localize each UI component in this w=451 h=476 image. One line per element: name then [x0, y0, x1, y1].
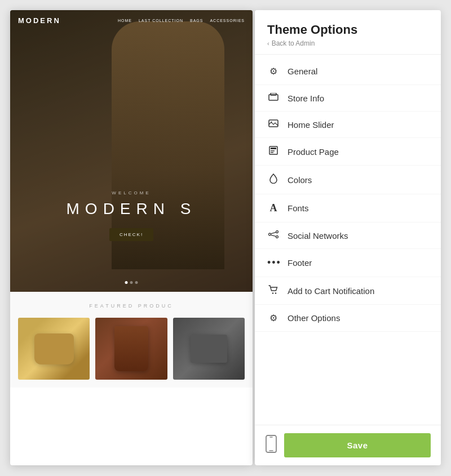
- svg-point-8: [269, 233, 271, 235]
- hero-text-block: WELCOME MODERN S CHECK!: [10, 190, 253, 241]
- nav-bags: BAGS: [190, 19, 203, 23]
- store-logo: MODERN: [18, 16, 61, 25]
- hero-title: MODERN S: [10, 200, 253, 218]
- menu-label-home-slider: Home Slider: [288, 120, 334, 130]
- menu-label-footer: Footer: [288, 258, 312, 268]
- dot-3: [135, 281, 138, 284]
- svg-rect-6: [271, 150, 275, 152]
- menu-item-footer[interactable]: ••• Footer: [255, 249, 441, 277]
- svg-line-11: [271, 232, 276, 234]
- fonts-icon: A: [267, 202, 280, 214]
- menu-item-product-page[interactable]: Product Page: [255, 138, 441, 166]
- svg-point-3: [271, 122, 272, 123]
- hero-nav: MODERN HOME LAST COLLECTION BAGS ACCESSO…: [10, 10, 253, 30]
- svg-point-10: [276, 236, 278, 238]
- svg-point-9: [276, 231, 278, 233]
- panel-header: Theme Options ‹ Back to Admin: [255, 10, 441, 55]
- menu-item-store-info[interactable]: Store Info: [255, 85, 441, 112]
- menu-label-store-info: Store Info: [288, 94, 324, 103]
- svg-point-13: [272, 292, 273, 293]
- other-options-icon: ⚙: [267, 313, 280, 323]
- nav-links: HOME LAST COLLECTION BAGS ACCESSORIES: [118, 19, 245, 23]
- svg-line-12: [271, 235, 276, 237]
- svg-rect-1: [271, 93, 276, 95]
- back-chevron-icon: ‹: [267, 40, 269, 47]
- product-page-icon: [267, 146, 280, 157]
- product-card-bag: [18, 318, 90, 380]
- menu-label-other-options: Other Options: [288, 313, 340, 323]
- theme-options-panel: Theme Options ‹ Back to Admin ⚙ General …: [255, 10, 441, 465]
- panel-title: Theme Options: [267, 23, 428, 37]
- menu-item-fonts[interactable]: A Fonts: [255, 194, 441, 223]
- menu-label-fonts: Fonts: [288, 203, 309, 213]
- social-icon: [267, 230, 280, 241]
- menu-list: ⚙ General Store Info Home Slider: [255, 55, 441, 425]
- menu-label-add-to-cart: Add to Cart Notification: [288, 286, 374, 296]
- featured-title: FEATURED PRODUC: [18, 303, 245, 309]
- svg-point-14: [275, 292, 276, 293]
- dot-2: [130, 281, 133, 284]
- panel-footer: Save: [255, 425, 441, 465]
- menu-item-other-options[interactable]: ⚙ Other Options: [255, 305, 441, 332]
- colors-icon: [267, 174, 280, 186]
- svg-rect-15: [266, 435, 276, 452]
- menu-label-social-networks: Social Networks: [288, 231, 348, 241]
- menu-item-add-to-cart[interactable]: Add to Cart Notification: [255, 277, 441, 305]
- image-icon: [267, 119, 280, 130]
- menu-item-home-slider[interactable]: Home Slider: [255, 112, 441, 138]
- store-preview: MODERN HOME LAST COLLECTION BAGS ACCESSO…: [10, 10, 253, 465]
- cart-icon: [267, 285, 280, 296]
- nav-home: HOME: [118, 19, 132, 23]
- back-label: Back to Admin: [272, 39, 315, 47]
- featured-section: FEATURED PRODUC: [10, 292, 253, 388]
- product-image-jacket: [95, 318, 167, 380]
- menu-label-product-page: Product Page: [288, 147, 339, 157]
- menu-item-social-networks[interactable]: Social Networks: [255, 223, 441, 249]
- hero-welcome: WELCOME: [10, 190, 253, 195]
- back-to-admin-link[interactable]: ‹ Back to Admin: [267, 39, 428, 47]
- product-card-briefcase: [173, 318, 245, 380]
- nav-collection: LAST COLLECTION: [139, 19, 183, 23]
- store-icon: [267, 93, 280, 103]
- menu-label-general: General: [288, 66, 317, 76]
- mobile-device-icon: [265, 435, 277, 456]
- products-row: [18, 318, 245, 380]
- menu-item-colors[interactable]: Colors: [255, 166, 441, 194]
- menu-label-colors: Colors: [288, 175, 312, 185]
- svg-rect-7: [271, 152, 273, 153]
- gear-icon: ⚙: [267, 66, 280, 77]
- menu-item-general[interactable]: ⚙ General: [255, 58, 441, 85]
- hero-section: MODERN HOME LAST COLLECTION BAGS ACCESSO…: [10, 10, 253, 292]
- nav-accessories: ACCESSORIES: [210, 19, 245, 23]
- footer-icon: •••: [267, 257, 280, 269]
- slider-dots: [125, 281, 138, 284]
- hero-cta-button: CHECK!: [109, 228, 153, 241]
- dot-1: [125, 281, 128, 284]
- product-image-briefcase: [173, 318, 245, 380]
- product-image-bag: [18, 318, 90, 380]
- product-card-jacket: [95, 318, 167, 380]
- save-button[interactable]: Save: [284, 433, 431, 457]
- svg-rect-5: [271, 148, 276, 149]
